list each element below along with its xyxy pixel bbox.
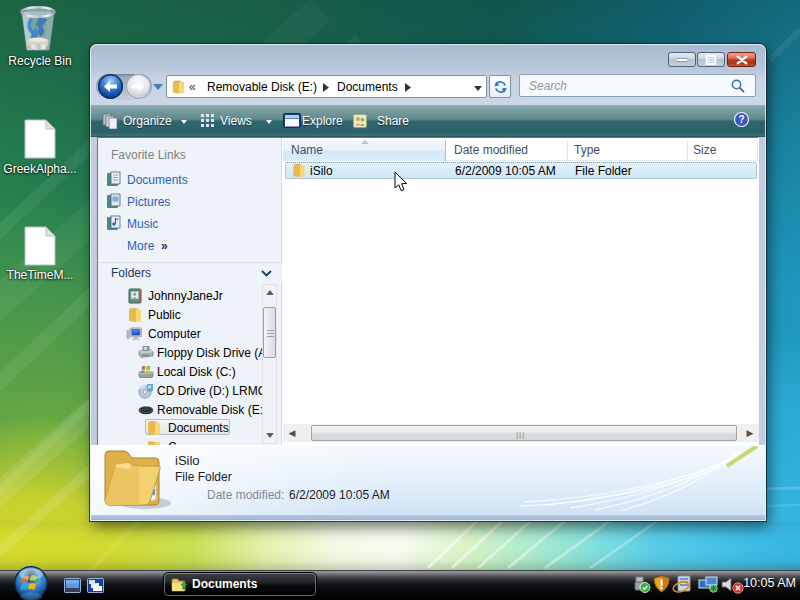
svg-text:#: # [148,384,151,390]
svg-text:?: ? [738,114,744,125]
